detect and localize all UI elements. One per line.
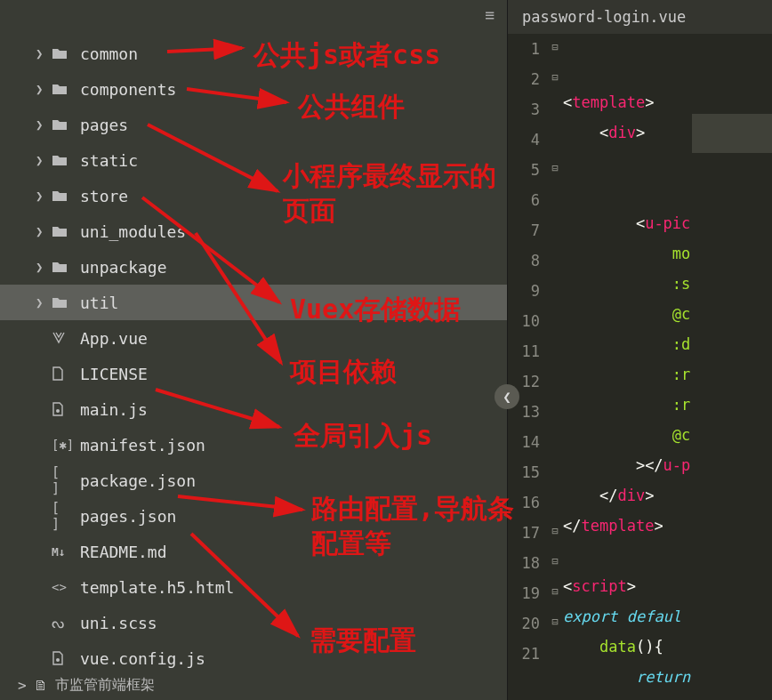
tree-item-label: LICENSE (80, 365, 148, 383)
tree-item-vue-config-js[interactable]: vue.config.js (0, 640, 507, 676)
chevron-right-icon: ❯ (36, 117, 52, 132)
line-number: 14 (508, 427, 540, 457)
line-number: 19 (508, 578, 540, 608)
file-explorer: ≡ ❯common❯components❯pages❯static❯store❯… (0, 0, 507, 700)
chevron-right-icon: ❯ (36, 260, 52, 274)
tree-item-unpackage[interactable]: ❯unpackage (0, 249, 507, 285)
tree-item-util[interactable]: ❯util (0, 285, 507, 320)
fold-icon (547, 94, 563, 125)
scss-icon: ᔓ (52, 615, 73, 632)
code-line[interactable]: pi (563, 692, 772, 700)
line-number: 7 (508, 215, 540, 245)
tree-item-store[interactable]: ❯store (0, 178, 507, 213)
tree-item-App-vue[interactable]: App.vue (0, 320, 507, 356)
editor-tab[interactable]: password-login.vue (522, 8, 686, 26)
editor-panel: password-login.vue 123456789101112131415… (507, 0, 772, 700)
tree-item-common[interactable]: ❯common (0, 36, 507, 71)
tree-item-pages-json[interactable]: [ ]pages.json (0, 498, 507, 534)
fold-icon[interactable]: ⊟ (547, 578, 563, 608)
folder-icon (52, 261, 73, 273)
code-line[interactable] (563, 178, 772, 208)
tree-item-label: App.vue (80, 329, 148, 348)
code-line[interactable]: @c (563, 299, 772, 329)
code-line[interactable]: </template> (563, 511, 772, 541)
fold-icon[interactable]: ⊟ (547, 518, 563, 548)
code-line[interactable]: ></u-p (563, 450, 772, 480)
sidebar-collapse-icon[interactable]: ❮ (495, 384, 519, 409)
fold-icon (547, 306, 563, 336)
tree-item-uni-scss[interactable]: ᔓuni.scss (0, 605, 507, 640)
tree-item-README-md[interactable]: M↓README.md (0, 534, 507, 569)
json-icon: [ ] (52, 500, 73, 532)
chevron-right-icon: ❯ (36, 46, 52, 60)
md-icon: M↓ (52, 545, 73, 559)
tree-item-label: uni.scss (80, 614, 157, 632)
fold-column: ⊟⊟⊟⊟⊟⊟⊟ (547, 34, 563, 700)
tree-item-template-h5-html[interactable]: <>template.h5.html (0, 569, 507, 605)
code-area[interactable]: <template> <div> <u-pic mo :s @c :d :r :… (563, 34, 772, 700)
vue-icon (52, 331, 73, 345)
code-line[interactable]: data(){ (563, 632, 772, 662)
menu-icon[interactable]: ≡ (485, 5, 495, 24)
code-line[interactable]: mo (563, 238, 772, 269)
fold-icon (547, 639, 563, 669)
editor-tab-bar: password-login.vue (508, 0, 772, 34)
tree-item-components[interactable]: ❯components (0, 71, 507, 107)
code-line[interactable] (563, 541, 772, 571)
fold-icon[interactable]: ⊟ (547, 34, 563, 64)
line-number: 8 (508, 245, 540, 276)
code-line[interactable]: :d (563, 329, 772, 359)
tree-item-main-js[interactable]: main.js (0, 391, 507, 427)
fold-icon[interactable]: ⊟ (547, 548, 563, 578)
svg-point-0 (56, 409, 60, 413)
line-number: 5 (508, 155, 540, 185)
fold-icon (547, 125, 563, 155)
code-line[interactable]: export defaul (563, 601, 772, 632)
tree-item-static[interactable]: ❯static (0, 142, 507, 178)
chevron-right-icon: ❯ (36, 153, 52, 167)
line-number: 9 (508, 276, 540, 306)
folder-icon: 🗎 (34, 677, 48, 694)
code-line[interactable]: <script> (563, 571, 772, 601)
code-line[interactable]: </div> (563, 480, 772, 511)
tree-item-manifest-json[interactable]: [✱]manifest.json (0, 427, 507, 463)
js-icon (52, 651, 73, 665)
code-line[interactable]: :r (563, 359, 772, 390)
code-line[interactable]: :r (563, 390, 772, 420)
tree-item-package-json[interactable]: [ ]package.json (0, 463, 507, 498)
file-icon (52, 366, 73, 381)
code-line[interactable]: @c (563, 420, 772, 450)
project-root[interactable]: > 🗎 市监管前端框架 (18, 676, 155, 695)
fold-icon (547, 366, 563, 397)
line-number: 6 (508, 185, 540, 215)
folder-icon (52, 225, 73, 237)
line-number: 16 (508, 487, 540, 518)
fold-icon[interactable]: ⊟ (547, 608, 563, 639)
line-number: 20 (508, 608, 540, 639)
editor-body[interactable]: 123456789101112131415161718192021 ⊟⊟⊟⊟⊟⊟… (508, 34, 772, 700)
tree-item-label: template.h5.html (80, 578, 234, 597)
fold-icon (547, 397, 563, 427)
tree-item-uni_modules[interactable]: ❯uni_modules (0, 213, 507, 249)
folder-icon (52, 296, 73, 309)
line-number: 1 (508, 34, 540, 64)
line-number: 3 (508, 94, 540, 125)
folder-icon (52, 47, 73, 60)
code-line[interactable]: :s (563, 269, 772, 299)
fold-icon[interactable]: ⊟ (547, 64, 563, 94)
chevron-right-icon: ❯ (36, 224, 52, 238)
tree-item-label: static (80, 151, 138, 170)
manifest-icon: [✱] (52, 438, 73, 452)
fold-icon (547, 185, 563, 215)
fold-icon[interactable]: ⊟ (547, 155, 563, 185)
code-line[interactable]: return (563, 662, 772, 692)
project-root-label: 市监管前端框架 (55, 676, 155, 695)
tree-item-pages[interactable]: ❯pages (0, 107, 507, 142)
code-line[interactable]: <u-pic (563, 208, 772, 238)
line-number: 4 (508, 125, 540, 155)
code-line[interactable]: <template> (563, 87, 772, 117)
folder-icon (52, 118, 73, 131)
tree-item-LICENSE[interactable]: LICENSE (0, 356, 507, 391)
line-number: 10 (508, 306, 540, 336)
minimap[interactable] (692, 114, 772, 153)
